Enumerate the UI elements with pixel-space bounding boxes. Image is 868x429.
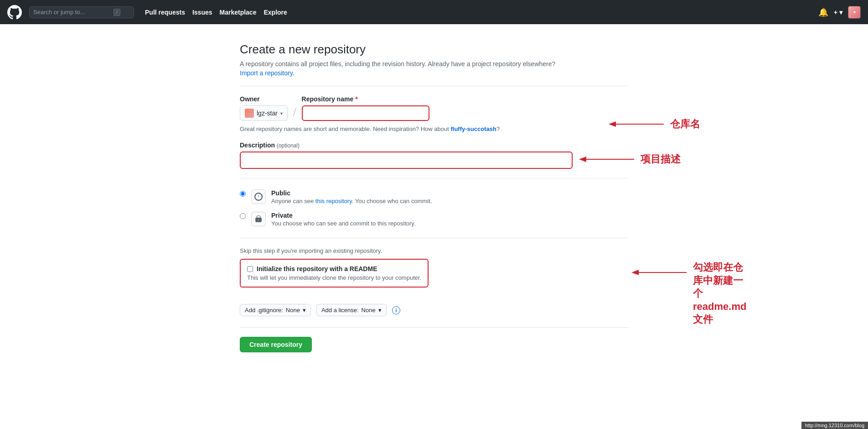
nav-explore[interactable]: Explore: [264, 9, 287, 16]
public-icon: [251, 189, 266, 204]
divider-4: [240, 327, 628, 328]
search-box[interactable]: /: [29, 6, 134, 18]
page-subtitle: A repository contains all project files,…: [240, 60, 628, 68]
public-option: Public Anyone can see this repository. Y…: [240, 189, 628, 204]
repo-name-group: Repository name*: [302, 95, 429, 121]
suggestion: fluffy-succotash: [450, 126, 496, 132]
gitignore-arrow: ▾: [303, 307, 306, 314]
public-content: Public Anyone can see this repository. Y…: [271, 189, 628, 204]
readme-checkbox[interactable]: [247, 266, 253, 272]
private-title: Private: [271, 212, 628, 219]
owner-dropdown-arrow: ▾: [280, 111, 283, 116]
nav-pull-requests[interactable]: Pull requests: [145, 9, 185, 16]
navbar-right: 🔔 + ▾ ▾: [818, 6, 861, 19]
required-star: *: [355, 95, 357, 103]
private-desc: You choose who can see and commit to thi…: [271, 220, 628, 227]
gitignore-label: Add .gitignore:: [245, 307, 283, 314]
divider-3: [240, 238, 628, 238]
import-link[interactable]: Import a repository.: [240, 69, 628, 77]
annotation-repo-name: 仓库名: [670, 117, 700, 131]
annotation-readme: 勾选即在仓库中新建一个readme.md 文件: [693, 261, 746, 326]
search-input[interactable]: [33, 9, 111, 16]
initialize-section: Skip this step if you're importing an ex…: [240, 247, 628, 295]
annotation-description: 项目描述: [641, 152, 681, 166]
description-input[interactable]: [240, 152, 573, 169]
kbd-slash: /: [114, 9, 120, 16]
license-label: Add a license:: [321, 307, 359, 314]
owner-select[interactable]: lgz-star ▾: [240, 105, 288, 121]
readme-desc: This will let you immediately clone the …: [247, 274, 421, 281]
divider-2: [240, 178, 628, 178]
readme-box: Initialize this repository with a README…: [240, 259, 429, 288]
info-icon[interactable]: i: [392, 306, 400, 314]
public-radio[interactable]: [240, 191, 246, 197]
private-icon: [251, 212, 266, 226]
repo-name-label: Repository name*: [302, 95, 429, 103]
owner-label: Owner: [240, 95, 288, 103]
visibility-section: Public Anyone can see this repository. Y…: [240, 189, 628, 227]
nav-marketplace[interactable]: Marketplace: [220, 9, 257, 16]
avatar[interactable]: ▾: [848, 6, 861, 19]
description-label: Description (optional): [240, 141, 628, 149]
repo-name-input[interactable]: [302, 105, 429, 121]
description-group: Description (optional) 项目描述: [240, 141, 628, 169]
readme-label: Initialize this repository with a README: [257, 265, 377, 272]
navbar: / Pull requests Issues Marketplace Explo…: [0, 0, 868, 24]
main-content: Create a new repository A repository con…: [229, 24, 639, 380]
readme-row: Initialize this repository with a README: [247, 265, 421, 272]
gitignore-value: None: [286, 307, 300, 314]
owner-group: Owner lgz-star ▾: [240, 95, 288, 121]
owner-avatar: [245, 109, 254, 118]
private-content: Private You choose who can see and commi…: [271, 212, 628, 227]
private-option: Private You choose who can see and commi…: [240, 212, 628, 227]
nav-links: Pull requests Issues Marketplace Explore: [145, 9, 287, 16]
bell-icon[interactable]: 🔔: [818, 7, 828, 17]
skip-text: Skip this step if you're importing an ex…: [240, 247, 628, 254]
dropdowns-row: Add .gitignore: None ▾ Add a license: No…: [240, 304, 628, 316]
github-logo[interactable]: [7, 5, 22, 20]
hint-text: Great repository names are short and mem…: [240, 126, 628, 132]
slash-divider: /: [293, 105, 296, 120]
private-radio[interactable]: [240, 213, 246, 219]
license-value: None: [362, 307, 376, 314]
plus-icon[interactable]: + ▾: [834, 9, 842, 16]
form-area: Owner lgz-star ▾ / Repository name*: [240, 95, 628, 352]
owner-repo-row: Owner lgz-star ▾ / Repository name*: [240, 95, 628, 121]
public-desc: Anyone can see this repository. You choo…: [271, 198, 628, 204]
create-repository-button[interactable]: Create repository: [240, 337, 312, 352]
owner-name: lgz-star: [257, 110, 278, 117]
optional-label: (optional): [277, 142, 300, 149]
divider-top: [240, 86, 628, 86]
gitignore-dropdown[interactable]: Add .gitignore: None ▾: [240, 304, 311, 316]
nav-issues[interactable]: Issues: [192, 9, 212, 16]
license-arrow: ▾: [378, 307, 382, 314]
license-dropdown[interactable]: Add a license: None ▾: [316, 304, 387, 316]
public-title: Public: [271, 189, 628, 197]
page-title: Create a new repository: [240, 42, 628, 57]
